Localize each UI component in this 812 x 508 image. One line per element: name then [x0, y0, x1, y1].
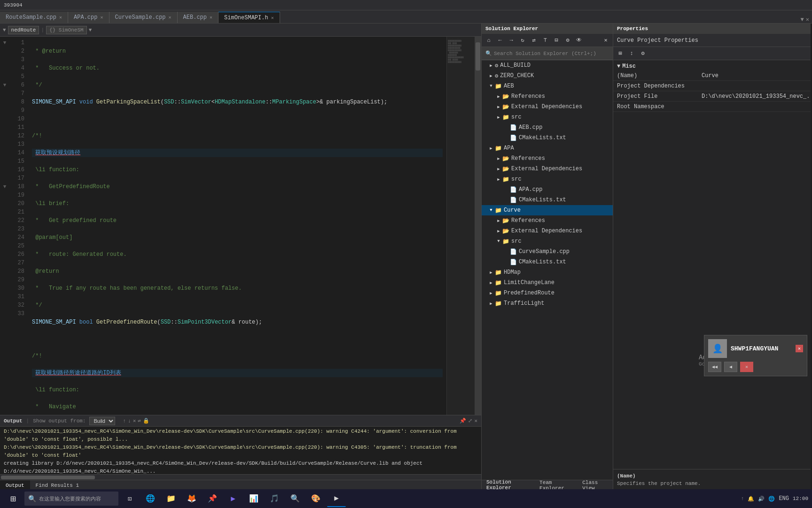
tree-item-curve-cmake[interactable]: 📄 CMakeLists.txt: [482, 257, 613, 267]
expand-apa-src-icon[interactable]: ▶: [495, 177, 502, 182]
code-content[interactable]: * @return * Success or not. */ SIMONE_SM…: [28, 37, 446, 415]
expand-curve-src-icon[interactable]: ▼: [495, 239, 502, 244]
tree-item-aeb-references[interactable]: ▶ 📂 References: [482, 91, 613, 102]
output-word-wrap-icon[interactable]: ⇌: [138, 418, 141, 424]
taskbar-pin-icon[interactable]: 📌: [203, 490, 222, 507]
tree-item-aeb-extdeps[interactable]: ▶ 📂 External Dependencies: [482, 102, 613, 112]
address-scope-btn[interactable]: {} SimOneSM: [46, 26, 87, 34]
output-clear-icon[interactable]: ✕: [133, 418, 136, 424]
expand-apa-extdeps-icon[interactable]: ▶: [495, 167, 502, 172]
user-card-close-btn[interactable]: ✕: [796, 345, 803, 352]
output-source-dropdown[interactable]: Build: [89, 417, 115, 425]
se-tab-solution-explorer[interactable]: Solution Explorer: [482, 480, 535, 490]
tree-item-zerocheck[interactable]: ▶ ⚙ ZERO_CHECK: [482, 71, 613, 81]
tab-aeb[interactable]: AEB.cpp ✕: [178, 12, 219, 23]
expand-aeb-icon[interactable]: ▼: [487, 84, 495, 88]
tree-item-curve-src[interactable]: ▼ 📁 src: [482, 236, 613, 246]
se-btn-preview[interactable]: 👁: [574, 35, 584, 46]
se-btn-sync[interactable]: ⇄: [529, 35, 539, 46]
output-up-icon[interactable]: ↑: [123, 418, 126, 424]
tab-overflow-icon[interactable]: ▼: [801, 16, 804, 23]
fold-1[interactable]: ▼: [0, 39, 9, 47]
expand-predefroute-icon[interactable]: ▶: [487, 291, 495, 296]
se-btn-close[interactable]: ✕: [601, 35, 611, 46]
tab-apa[interactable]: APA.cpp ✕: [68, 12, 109, 23]
close-routesample-icon[interactable]: ✕: [59, 15, 62, 20]
taskbar-files-icon[interactable]: 📁: [162, 490, 180, 507]
expand-curve-icon[interactable]: ▼: [487, 208, 495, 213]
tab-routesample[interactable]: RouteSample.cpp ✕: [0, 12, 68, 23]
tree-item-aeb-cpp[interactable]: 📄 AEB.cpp: [482, 122, 613, 133]
output-pin-icon[interactable]: 📌: [460, 418, 466, 424]
taskbar-browser-icon[interactable]: 🌐: [141, 490, 160, 507]
expand-trafficlight-icon[interactable]: ▶: [487, 301, 495, 306]
close-all-icon[interactable]: ✕: [806, 16, 809, 23]
tree-item-apa[interactable]: ▶ 📁 APA: [482, 143, 613, 153]
se-btn-forward[interactable]: →: [506, 35, 516, 46]
tree-item-curve-references[interactable]: ▶ 📂 References: [482, 215, 613, 226]
user-card-btn-1[interactable]: ◀◀: [708, 362, 721, 372]
expand-allbuild-icon[interactable]: ▶: [487, 63, 495, 68]
scrollbar-thumb[interactable]: [476, 42, 480, 71]
output-down-icon[interactable]: ↓: [128, 418, 131, 424]
windows-search-bar[interactable]: 🔍 在这里输入您要搜索的内容: [24, 492, 118, 506]
expand-aeb-src-icon[interactable]: ▶: [495, 115, 502, 120]
tree-item-apa-extdeps[interactable]: ▶ 📂 External Dependencies: [482, 164, 613, 174]
props-btn-categories[interactable]: ⊞: [615, 48, 625, 59]
fold-2[interactable]: ▼: [0, 81, 9, 89]
fold-3[interactable]: ▼: [0, 183, 9, 191]
close-simonesmaph-icon[interactable]: ✕: [271, 15, 274, 21]
expand-apa-icon[interactable]: ▶: [487, 146, 495, 151]
tree-item-apa-references[interactable]: ▶ 📂 References: [482, 153, 613, 164]
taskbar-notif-icon[interactable]: 🔔: [748, 496, 754, 502]
tree-item-curve[interactable]: ▼ 📁 Curve: [482, 205, 613, 215]
taskbar-active-app-icon[interactable]: ▶: [327, 490, 346, 507]
se-search[interactable]: 🔍 Search Solution Explorer (Ctrl+;): [482, 47, 613, 60]
props-section-collapse-icon[interactable]: ▼: [617, 63, 620, 70]
output-close-icon[interactable]: ✕: [474, 418, 477, 424]
expand-curve-extdeps-icon[interactable]: ▶: [495, 229, 502, 234]
se-btn-home[interactable]: ⌂: [484, 35, 494, 46]
se-btn-back[interactable]: ←: [495, 35, 505, 46]
se-tab-class-view[interactable]: Class View: [578, 480, 613, 490]
expand-apa-refs-icon[interactable]: ▶: [495, 156, 502, 161]
taskbar-excel-icon[interactable]: 📊: [244, 490, 263, 507]
tree-item-aeb-src[interactable]: ▶ 📁 src: [482, 112, 613, 122]
taskbar-firefox-icon[interactable]: 🦊: [182, 490, 201, 507]
taskbar-vs-icon[interactable]: ▶: [224, 490, 242, 507]
taskbar-art-icon[interactable]: 🎨: [306, 490, 325, 507]
se-tab-team-explorer[interactable]: Team Explorer: [535, 480, 578, 490]
close-apa-icon[interactable]: ✕: [100, 15, 103, 20]
user-card-btn-3[interactable]: ✕: [740, 362, 753, 372]
output-tab-findresults[interactable]: Find Results 1: [30, 480, 85, 490]
props-btn-sort[interactable]: ↕: [626, 48, 637, 59]
tree-item-allbuild[interactable]: ▶ ⚙ ALL_BUILD: [482, 60, 613, 71]
taskbar-media-icon[interactable]: 🎵: [265, 490, 284, 507]
expand-curve-refs-icon[interactable]: ▶: [495, 218, 502, 223]
se-btn-collapse[interactable]: ⊟: [551, 35, 562, 46]
start-button[interactable]: ⊞: [4, 490, 23, 507]
taskbar-search2-icon[interactable]: 🔍: [286, 490, 304, 507]
tree-item-curve-extdeps[interactable]: ▶ 📂 External Dependencies: [482, 226, 613, 236]
task-view-button[interactable]: ⊡: [120, 490, 139, 507]
output-tab-output[interactable]: Output: [0, 480, 30, 490]
expand-aeb-refs-icon[interactable]: ▶: [495, 94, 502, 99]
expand-limitchangelane-icon[interactable]: ▶: [487, 280, 495, 286]
tree-item-hdmap[interactable]: ▶ 📁 HDMap: [482, 267, 613, 278]
expand-aeb-extdeps-icon[interactable]: ▶: [495, 104, 502, 110]
vertical-scrollbar[interactable]: [475, 37, 481, 415]
tree-item-limitchangelane[interactable]: ▶ 📁 LimitChangeLane: [482, 278, 613, 288]
tab-simonesmaph[interactable]: SimOneSMAPI.h ✕: [219, 12, 280, 23]
tree-item-apa-cpp[interactable]: 📄 APA.cpp: [482, 184, 613, 195]
se-btn-filter[interactable]: ⊤: [540, 35, 550, 46]
tree-item-predefroute[interactable]: ▶ 📁 PredefinedRoute: [482, 288, 613, 298]
address-dropdown-icon[interactable]: ▼: [89, 27, 92, 33]
close-curvesample-icon[interactable]: ✕: [169, 15, 172, 20]
tree-item-aeb-cmake[interactable]: 📄 CMakeLists.txt: [482, 133, 613, 143]
taskbar-volume-icon[interactable]: 🔊: [758, 496, 765, 502]
expand-hdmap-icon[interactable]: ▶: [487, 270, 495, 275]
tab-curvesample[interactable]: CurveSample.cpp ✕: [109, 12, 178, 23]
taskbar-network-icon[interactable]: 🌐: [768, 496, 775, 502]
expand-zerocheck-icon[interactable]: ▶: [487, 73, 495, 79]
props-btn-properties[interactable]: ⚙: [638, 48, 648, 59]
